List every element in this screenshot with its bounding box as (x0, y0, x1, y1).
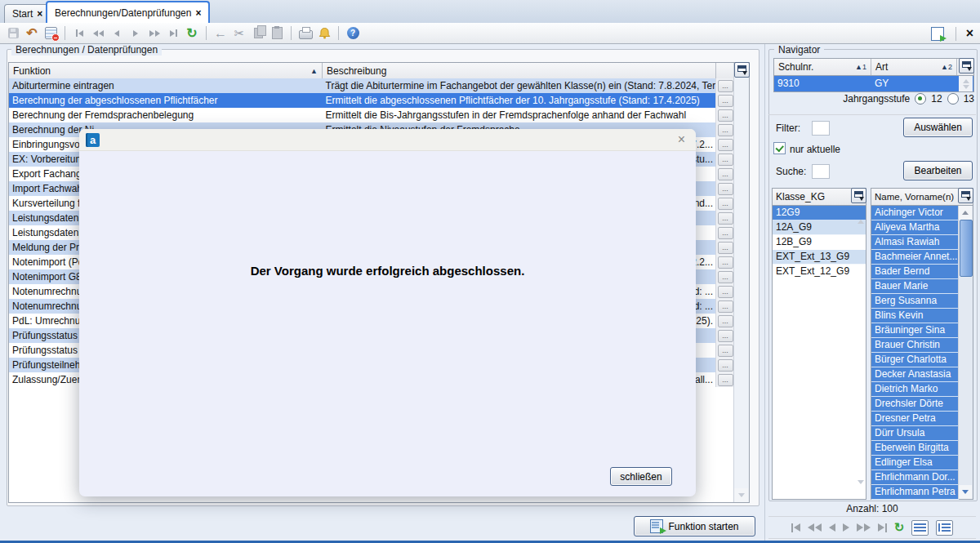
scrollbar-thumb[interactable] (960, 220, 973, 277)
list-view-icon[interactable] (911, 520, 929, 536)
row-actions-button[interactable]: ... (718, 359, 733, 372)
school-row[interactable]: 9310 GY (774, 76, 973, 91)
row-actions-button[interactable]: ... (718, 168, 733, 180)
klasse-list-item[interactable]: 12G9 (773, 206, 866, 220)
name-list-item[interactable]: Decker Anastasia (871, 367, 959, 382)
paste-icon[interactable] (269, 25, 285, 42)
row-actions-button[interactable]: ... (718, 124, 733, 136)
row-actions-button[interactable]: ... (718, 345, 733, 357)
previous-record-icon[interactable] (829, 523, 835, 532)
radio-jgst-12[interactable] (915, 93, 926, 105)
table-row[interactable]: Berechnung der FremdsprachenbelegungErmi… (9, 108, 734, 122)
tab-close-icon[interactable]: × (37, 10, 42, 18)
cut-icon[interactable]: ✂ (231, 25, 247, 42)
name-list-item[interactable]: Eberwein Birgitta (871, 441, 959, 456)
filter-input[interactable] (812, 121, 830, 136)
name-list-item[interactable]: Ehrlichmann Petra (871, 485, 959, 500)
row-actions-button[interactable]: ... (718, 300, 733, 313)
tab-berechnungen[interactable]: Berechnungen/Datenprüfungen × (46, 1, 210, 23)
name-list-item[interactable]: Aichinger Victor (871, 206, 959, 220)
last-record-icon[interactable] (878, 523, 887, 532)
row-actions-button[interactable]: ... (718, 374, 733, 386)
radio-jgst-13[interactable] (947, 93, 959, 105)
tab-close-icon[interactable]: × (195, 9, 201, 17)
name-list-item[interactable]: Bürger Charlotta (871, 353, 959, 367)
fast-forward-icon[interactable] (857, 523, 871, 532)
name-list-item[interactable]: Bräuninger Sina (871, 323, 959, 338)
column-header-funktion[interactable]: Funktion ▲ (9, 63, 323, 78)
column-header-schulnr[interactable]: Schulnr. ▲1 (774, 59, 871, 75)
name-list-item[interactable]: Ehrlichmann Dor... (871, 470, 959, 485)
schliessen-button[interactable]: schließen (610, 467, 672, 486)
column-header-beschreibung[interactable]: Beschreibung (323, 63, 716, 78)
name-list-item[interactable]: Berg Susanna (871, 294, 959, 309)
reload-view-icon[interactable] (929, 25, 946, 42)
next-record-icon[interactable] (843, 523, 849, 532)
column-chooser-button[interactable] (959, 58, 974, 73)
name-list-item[interactable]: Bauer Marie (871, 279, 959, 294)
name-list-item[interactable]: Dresner Petra (871, 412, 959, 426)
row-actions-button[interactable]: ... (718, 139, 733, 151)
funktion-starten-button[interactable]: Funktion starten (634, 516, 755, 536)
row-actions-button[interactable]: ... (718, 242, 733, 254)
row-actions-button[interactable]: ... (718, 256, 733, 269)
column-chooser-button[interactable] (851, 188, 866, 203)
print-icon[interactable] (297, 25, 314, 42)
row-actions-button[interactable]: ... (718, 315, 733, 327)
refresh-icon[interactable]: ↻ (184, 25, 200, 42)
row-actions-button[interactable]: ... (718, 330, 733, 342)
row-actions-button[interactable]: ... (718, 154, 733, 166)
undo-icon[interactable]: ↶ (24, 25, 40, 42)
row-actions-button[interactable]: ... (718, 183, 733, 195)
column-chooser-button[interactable] (734, 62, 750, 78)
table-row[interactable]: Berechnung der abgeschlossenen Pflichtfä… (9, 93, 734, 108)
refresh-icon[interactable]: ↻ (894, 520, 905, 535)
row-actions-button[interactable]: ... (718, 286, 733, 298)
discard-record-icon[interactable] (42, 25, 59, 42)
row-actions-button[interactable]: ... (718, 95, 733, 107)
notification-bell-icon[interactable] (316, 25, 332, 42)
column-header-art[interactable]: Art ▲2 (871, 59, 957, 75)
klasse-list-item[interactable]: EXT_Ext_12_G9 (773, 265, 866, 279)
save-icon[interactable] (5, 25, 21, 42)
row-actions-button[interactable]: ... (718, 212, 733, 225)
name-list-item[interactable]: Almasi Rawiah (871, 235, 959, 250)
name-list-item[interactable]: Brauer Christin (871, 338, 959, 353)
dialog-titlebar[interactable]: a × (79, 129, 696, 151)
name-list-scrollbar[interactable] (958, 206, 973, 499)
fast-back-icon[interactable] (90, 25, 106, 42)
row-actions-button[interactable]: ... (718, 109, 733, 122)
first-record-icon[interactable] (71, 25, 87, 42)
row-actions-button[interactable]: ... (718, 271, 733, 283)
row-actions-button[interactable]: ... (718, 80, 733, 92)
row-actions-button[interactable]: ... (718, 227, 733, 239)
last-record-icon[interactable] (165, 25, 181, 42)
scroll-down-icon[interactable] (959, 485, 972, 499)
help-icon[interactable]: ? (345, 25, 361, 42)
close-view-icon[interactable]: × (966, 26, 973, 41)
bearbeiten-button[interactable]: Bearbeiten (903, 161, 973, 180)
copy-icon[interactable] (250, 25, 266, 42)
fast-back-icon[interactable] (808, 523, 822, 532)
first-record-icon[interactable] (791, 523, 800, 532)
name-list-item[interactable]: Drechsler Dörte (871, 397, 959, 412)
row-actions-button[interactable]: ... (718, 198, 733, 210)
klasse-list-item[interactable]: 12B_G9 (773, 235, 866, 250)
name-list-item[interactable]: Edlinger Elsa (871, 456, 959, 470)
name-list-item[interactable]: Blins Kevin (871, 309, 959, 323)
name-list-item[interactable]: Bachmeier Annet... (871, 250, 959, 265)
dialog-close-icon[interactable]: × (678, 132, 685, 147)
name-list-item[interactable]: Bader Bernd (871, 265, 959, 279)
nur-aktuelle-checkbox[interactable] (773, 142, 786, 154)
table-row[interactable]: Abiturtermine eintragenTrägt die Abiturt… (9, 78, 734, 93)
tab-start[interactable]: Start × (4, 4, 51, 23)
scroll-up-icon[interactable] (959, 206, 972, 220)
scroll-down-icon[interactable] (734, 488, 748, 502)
suche-input[interactable] (812, 164, 830, 179)
fast-forward-icon[interactable] (146, 25, 163, 42)
next-record-icon[interactable] (127, 25, 144, 42)
column-chooser-button[interactable] (958, 188, 973, 203)
detail-view-icon[interactable] (936, 520, 953, 536)
klasse-list-item[interactable]: 12A_G9 (773, 220, 866, 235)
auswaehlen-button[interactable]: Auswählen (903, 118, 973, 137)
